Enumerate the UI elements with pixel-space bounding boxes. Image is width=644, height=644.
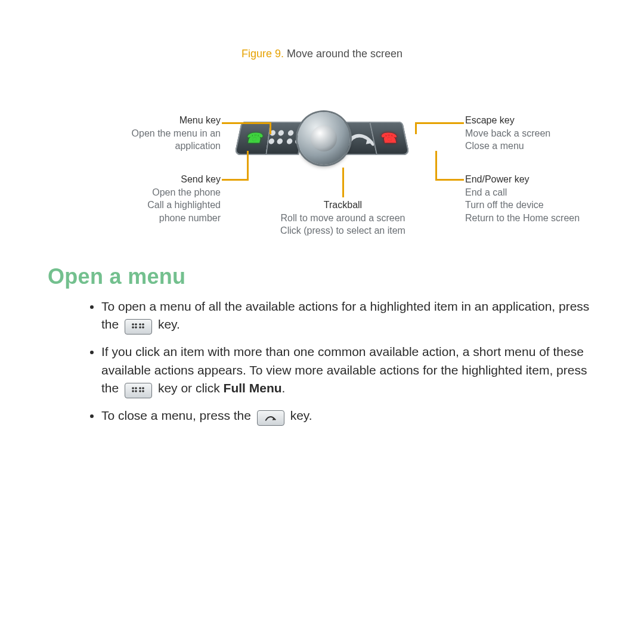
navigation-diagram: ☎ ☎ Menu key Open the menu in an app: [48, 73, 596, 228]
instruction-item: If you click an item with more than one …: [101, 343, 596, 398]
full-menu-text: Full Menu: [224, 381, 282, 395]
svg-point-14: [139, 327, 141, 329]
figure-caption: Figure 9. Move around the screen: [48, 48, 596, 60]
send-key-label: Send key Open the phone Call a highlight…: [83, 173, 221, 224]
svg-point-10: [132, 327, 134, 329]
end-key-label: End/Power key End a call Turn off the de…: [465, 173, 620, 224]
escape-keycap-icon: [257, 410, 284, 426]
svg-point-17: [135, 388, 137, 390]
svg-point-23: [142, 391, 144, 393]
end-key-icon: ☎: [369, 122, 410, 155]
svg-point-13: [142, 324, 144, 326]
section-heading: Open a menu: [48, 264, 596, 289]
svg-point-15: [142, 327, 144, 329]
figure-number: Figure 9.: [242, 48, 284, 60]
trackball-label: Trackball Roll to move around a screen C…: [262, 199, 423, 237]
svg-point-21: [142, 388, 144, 390]
instruction-item: To open a menu of all the available acti…: [101, 298, 596, 335]
figure-title: Move around the screen: [287, 48, 402, 60]
svg-point-16: [132, 388, 134, 390]
device-keys-illustration: ☎ ☎: [238, 112, 406, 165]
svg-point-3: [277, 138, 283, 144]
svg-point-8: [132, 324, 134, 326]
svg-point-20: [139, 388, 141, 390]
svg-point-4: [287, 130, 294, 135]
instruction-item: To close a menu, press the key.: [101, 407, 596, 426]
svg-point-2: [268, 138, 275, 144]
svg-point-6: [286, 138, 293, 144]
svg-point-18: [132, 391, 134, 393]
svg-point-22: [139, 391, 141, 393]
svg-point-1: [278, 130, 284, 135]
escape-key-label: Escape key Move back a screen Close a me…: [465, 114, 620, 153]
menu-key-label: Menu key Open the menu in an application: [83, 114, 221, 153]
trackball-icon: [298, 112, 350, 165]
svg-point-19: [135, 391, 137, 393]
instruction-list: To open a menu of all the available acti…: [48, 298, 596, 426]
svg-point-12: [139, 324, 141, 326]
menu-keycap-icon: [125, 319, 152, 335]
menu-keycap-icon: [125, 383, 152, 398]
svg-point-11: [135, 327, 137, 329]
svg-point-9: [135, 324, 137, 326]
